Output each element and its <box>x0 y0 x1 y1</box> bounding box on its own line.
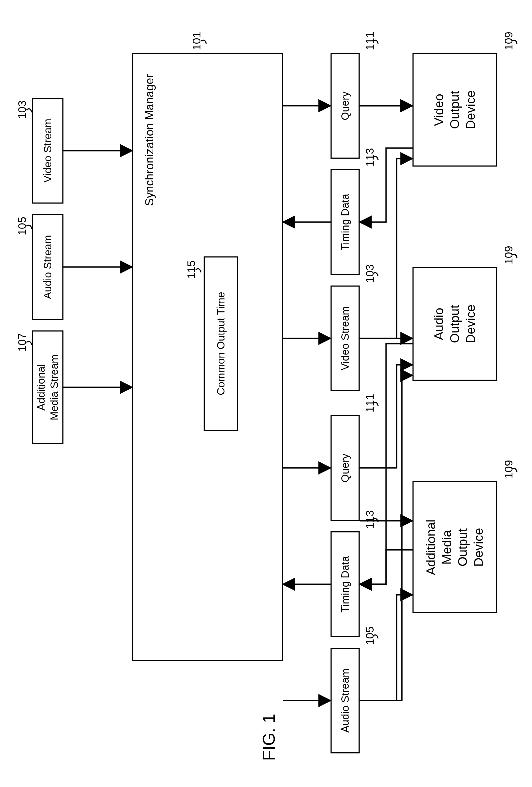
lane2-device-label: Audio Output Device <box>431 304 478 343</box>
lane2-timing-label: Timing Data <box>338 556 352 613</box>
lane3-device-box: Additional Media Output Device <box>412 481 497 613</box>
svg-line-19 <box>360 468 412 502</box>
ref-lane2-stream: 105 <box>364 626 376 645</box>
input-audio-label: Audio Stream <box>41 235 54 299</box>
ref-input-audio: 105 <box>16 217 28 235</box>
lane2-stream-box: Audio Stream <box>331 648 360 753</box>
lane2-device-box: Audio Output Device <box>412 267 497 381</box>
ref-common-output: 115 <box>185 260 198 279</box>
input-video-label: Video Stream <box>41 119 54 183</box>
lane1-timing-label: Timing Data <box>338 194 352 250</box>
common-output-time-box: Common Output Time <box>204 256 238 431</box>
ref-lane3-device: 109 <box>503 460 515 478</box>
ref-sync-manager: 101 <box>190 32 203 50</box>
svg-line-21 <box>360 555 412 584</box>
lane1-device-box: Video Output Device <box>412 53 497 167</box>
sync-manager-title: Synchronization Manager <box>143 74 156 206</box>
ref-input-video: 103 <box>16 101 28 119</box>
ref-lane2-query: 111 <box>364 394 376 412</box>
lane2-timing-box: Timing Data <box>331 531 360 637</box>
lane3-device-label: Additional Media Output Device <box>423 519 487 575</box>
input-video-box: Video Stream <box>32 98 63 204</box>
ref-lane1-stream: 103 <box>364 264 376 283</box>
lane2-query-label: Query <box>338 454 352 483</box>
svg-line-11 <box>360 132 412 222</box>
lane1-query-label: Query <box>338 91 352 120</box>
diagram-canvas: Video Stream Audio Stream Additional Med… <box>0 0 532 787</box>
lane1-stream-label: Video Stream <box>338 306 352 370</box>
lane1-device-label: Video Output Device <box>431 90 478 129</box>
figure-label: FIG. 1 <box>259 714 279 761</box>
lane1-query-box: Query <box>331 53 360 158</box>
input-additional-label: Additional Media Stream <box>35 355 61 420</box>
lane1-stream-box: Video Stream <box>331 285 360 391</box>
ref-lane2-timing: 113 <box>364 510 376 529</box>
ref-lane1-timing: 113 <box>364 148 376 167</box>
ref-input-additional: 107 <box>16 333 28 352</box>
ref-lane2-device: 109 <box>503 246 515 264</box>
input-additional-box: Additional Media Stream <box>32 331 63 444</box>
lane2-query-box: Query <box>331 415 360 521</box>
input-audio-box: Audio Stream <box>32 214 63 320</box>
common-output-time-label: Common Output Time <box>214 292 228 395</box>
ref-lane1-device: 109 <box>503 32 515 50</box>
lane2-stream-label: Audio Stream <box>338 668 352 732</box>
lane1-timing-box: Timing Data <box>331 169 360 275</box>
ref-lane1-query: 111 <box>364 32 376 50</box>
